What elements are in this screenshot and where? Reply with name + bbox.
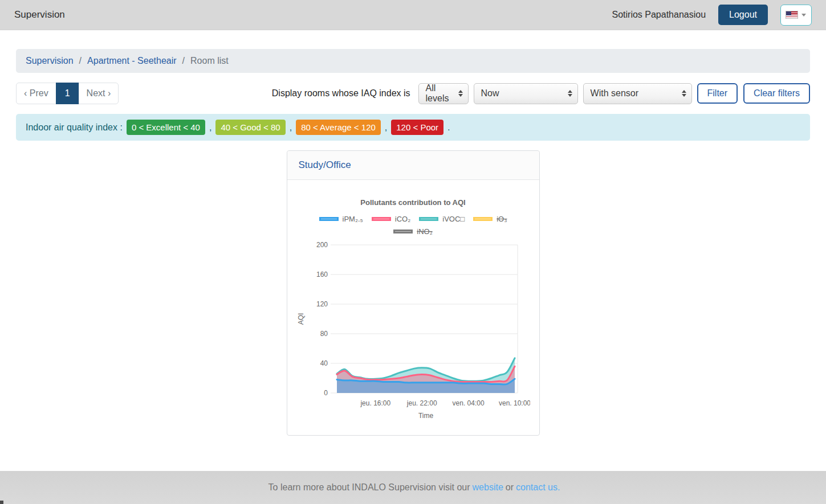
svg-text:160: 160 [316, 271, 327, 278]
app-title: Supervision [14, 9, 65, 21]
controls-row: ‹ Prev 1 Next › Display rooms whose IAQ … [16, 83, 810, 104]
pagination: ‹ Prev 1 Next › [16, 83, 119, 104]
footer-text: or [506, 482, 514, 493]
contact-link[interactable]: contact us. [516, 482, 560, 493]
svg-text:jeu. 22:00: jeu. 22:00 [406, 399, 437, 407]
filter-cluster: Display rooms whose IAQ index is All lev… [272, 83, 810, 104]
legend-swatch [419, 217, 438, 221]
legend-item-ipm25[interactable]: iPM₂.₅ [319, 215, 363, 223]
sensor-select[interactable]: With sensor [583, 83, 692, 104]
select-arrows-icon [682, 90, 686, 97]
svg-text:40: 40 [320, 359, 328, 367]
footer-text: To learn more about INDALO Supervision v… [268, 482, 470, 493]
iaq-badge-good: 40 < Good < 80 [215, 120, 285, 135]
iaq-terminator: . [447, 122, 450, 133]
breadcrumb-apartment[interactable]: Apartment - Seetheair [87, 56, 177, 66]
user-name: Sotirios Papathanasiou [612, 10, 706, 20]
iaq-separator: , [385, 122, 387, 133]
filter-button[interactable]: Filter [697, 83, 738, 104]
legend-swatch [319, 217, 339, 221]
main-content: Supervision / Apartment - Seetheair / Ro… [0, 30, 826, 436]
iaq-separator: , [209, 122, 211, 133]
chart-legend: iPM₂.₅ iCO₂ iVOC□ iO₃ [295, 215, 531, 236]
iaq-badge-poor: 120 < Poor [391, 120, 443, 135]
iaq-scale-alert: Indoor air quality index : 0 < Excellent… [16, 114, 810, 141]
aqi-area-chart: 04080120160200jeu. 16:00jeu. 22:00ven. 0… [295, 238, 531, 421]
iaq-separator: , [290, 122, 292, 133]
sensor-select-value: With sensor [591, 88, 638, 99]
legend-label: iO₃ [497, 215, 507, 223]
legend-item-ivoc[interactable]: iVOC□ [419, 215, 465, 223]
legend-item-io3[interactable]: iO₃ [473, 215, 507, 223]
time-select[interactable]: Now [474, 83, 578, 104]
corner-artifact [0, 501, 3, 504]
room-card-header: Study/Office [287, 151, 539, 180]
pagination-next-button[interactable]: Next › [79, 83, 119, 104]
legend-label: iVOC□ [442, 215, 465, 223]
select-arrows-icon [568, 90, 572, 97]
breadcrumb: Supervision / Apartment - Seetheair / Ro… [16, 49, 810, 73]
topbar-right: Sotirios Papathanasiou Logout [612, 5, 812, 26]
room-title: Study/Office [299, 159, 351, 170]
svg-text:AQI: AQI [297, 313, 305, 325]
pagination-page-1[interactable]: 1 [56, 83, 79, 104]
chevron-down-icon [801, 14, 806, 17]
svg-text:jeu. 16:00: jeu. 16:00 [360, 399, 390, 407]
svg-text:200: 200 [316, 241, 327, 249]
iaq-level-select[interactable]: All levels [418, 83, 469, 104]
legend-item-ico2[interactable]: iCO₂ [372, 215, 410, 223]
svg-text:120: 120 [316, 300, 327, 308]
clear-filters-button[interactable]: Clear filters [743, 83, 810, 104]
room-card: Study/Office Pollutants contribution to … [287, 150, 540, 436]
legend-swatch [372, 217, 391, 221]
svg-text:ven. 10:00: ven. 10:00 [498, 399, 530, 407]
footer: To learn more about INDALO Supervision v… [0, 471, 826, 504]
svg-text:ven. 04:00: ven. 04:00 [452, 399, 484, 407]
iaq-badge-excellent: 0 < Excellent < 40 [127, 120, 205, 135]
pagination-prev-button[interactable]: ‹ Prev [16, 83, 56, 104]
logout-button[interactable]: Logout [718, 5, 768, 25]
legend-swatch [473, 217, 493, 221]
svg-text:80: 80 [320, 330, 328, 338]
breadcrumb-separator: / [182, 56, 185, 66]
legend-label: iNO₂ [417, 227, 432, 236]
time-select-value: Now [481, 88, 499, 99]
legend-label: iPM₂.₅ [343, 215, 363, 223]
legend-item-ino2[interactable]: iNO₂ [393, 227, 432, 236]
us-flag-icon [786, 11, 797, 18]
iaq-badge-average: 80 < Average < 120 [296, 120, 381, 135]
website-link[interactable]: website [473, 482, 503, 493]
chart-legend-row: iPM₂.₅ iCO₂ iVOC□ iO₃ [319, 215, 507, 223]
language-dropdown-button[interactable] [780, 5, 812, 26]
filter-label: Display rooms whose IAQ index is [272, 88, 410, 99]
legend-swatch [393, 230, 413, 233]
breadcrumb-supervision[interactable]: Supervision [26, 56, 74, 66]
top-navbar: Supervision Sotirios Papathanasiou Logou… [0, 0, 826, 30]
legend-label: iCO₂ [395, 215, 410, 223]
room-card-body: Pollutants contribution to AQI iPM₂.₅ iC… [287, 180, 539, 435]
iaq-scale-label: Indoor air quality index : [26, 122, 123, 133]
breadcrumb-room-list: Room list [190, 56, 229, 66]
chart-title: Pollutants contribution to AQI [295, 198, 531, 207]
svg-text:0: 0 [324, 389, 328, 397]
iaq-level-select-value: All levels [426, 83, 453, 104]
svg-text:Time: Time [418, 412, 433, 419]
select-arrows-icon [458, 90, 463, 97]
breadcrumb-separator: / [79, 56, 82, 66]
chart-legend-row: iNO₂ [393, 227, 432, 236]
